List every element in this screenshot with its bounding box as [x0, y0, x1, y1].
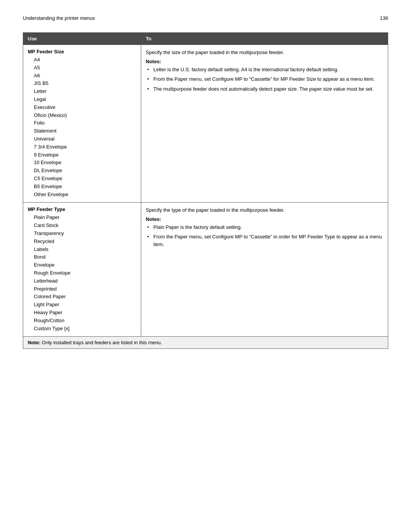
header-right: 136	[380, 15, 388, 21]
list-item: Preprinted	[34, 285, 136, 293]
table-header-row: Use To	[23, 33, 388, 45]
list-item: A5	[34, 64, 136, 72]
list-item: Other Envelope	[34, 191, 136, 199]
list-item: Statement	[34, 127, 136, 135]
list-item: Heavy Paper	[34, 309, 136, 317]
list-item: A4	[34, 56, 136, 64]
right-description-mp-feeder-type: Specify the type of the paper loaded in …	[146, 206, 383, 214]
footer-row: Note: Only installed trays and feeders a…	[23, 337, 388, 349]
right-description-mp-feeder-size: Specify the size of the paper loaded in …	[146, 49, 383, 56]
footer-cell: Note: Only installed trays and feeders a…	[23, 337, 388, 349]
footer-text: Only installed trays and feeders are lis…	[40, 340, 162, 345]
list-item: Recycled	[34, 238, 136, 246]
section-title-mp-feeder-size: MP Feeder Size	[28, 49, 136, 54]
header-left: Understanding the printer menus	[23, 15, 95, 21]
list-item: Envelope	[34, 261, 136, 269]
item-list-mp-feeder-size: A4A5A6JIS B5LetterLegalExecutiveOficio (…	[28, 56, 136, 198]
list-item: 9 Envelope	[34, 151, 136, 159]
list-item: Folio	[34, 119, 136, 127]
section-title-mp-feeder-type: MP Feeder Type	[28, 206, 136, 212]
list-item: Universal	[34, 135, 136, 143]
bullet-list-mp-feeder-size: Letter is the U.S. factory default setti…	[146, 66, 383, 93]
item-list-mp-feeder-type: Plain PaperCard StockTransparencyRecycle…	[28, 214, 136, 332]
page-header: Understanding the printer menus 136	[23, 15, 388, 21]
list-item: Labels	[34, 246, 136, 254]
footer-bold: Note:	[28, 340, 40, 345]
bullet-item: The multipurpose feeder does not automat…	[146, 85, 383, 93]
list-item: Light Paper	[34, 301, 136, 309]
col1-header: Use	[23, 33, 141, 45]
table-row-mp-feeder-type: MP Feeder TypePlain PaperCard StockTrans…	[23, 203, 388, 337]
list-item: Executive	[34, 104, 136, 112]
list-item: Oficio (Mexico)	[34, 112, 136, 120]
left-cell-mp-feeder-type: MP Feeder TypePlain PaperCard StockTrans…	[23, 203, 141, 337]
list-item: Colored Paper	[34, 293, 136, 301]
col2-header: To	[141, 33, 388, 45]
list-item: C5 Envelope	[34, 175, 136, 183]
list-item: Transparency	[34, 230, 136, 238]
right-cell-mp-feeder-type: Specify the type of the paper loaded in …	[141, 203, 388, 337]
right-cell-mp-feeder-size: Specify the size of the paper loaded in …	[141, 45, 388, 203]
list-item: Rough/Cotton	[34, 317, 136, 325]
left-cell-mp-feeder-size: MP Feeder SizeA4A5A6JIS B5LetterLegalExe…	[23, 45, 141, 203]
bullet-item: From the Paper menu, set Configure MP to…	[146, 75, 383, 83]
list-item: 7 3/4 Envelope	[34, 143, 136, 151]
list-item: DL Envelope	[34, 167, 136, 175]
list-item: Card Stock	[34, 222, 136, 230]
notes-title-mp-feeder-type: Notes:	[146, 216, 383, 222]
list-item: JIS B5	[34, 80, 136, 88]
list-item: Letterhead	[34, 277, 136, 285]
bullet-item: Plain Paper is the factory default setti…	[146, 224, 383, 231]
list-item: Legal	[34, 96, 136, 104]
list-item: Rough Envelope	[34, 269, 136, 277]
bullet-item: Letter is the U.S. factory default setti…	[146, 66, 383, 73]
list-item: Bond	[34, 253, 136, 261]
list-item: Plain Paper	[34, 214, 136, 222]
bullet-list-mp-feeder-type: Plain Paper is the factory default setti…	[146, 224, 383, 248]
list-item: Custom Type [x]	[34, 325, 136, 333]
list-item: Letter	[34, 88, 136, 96]
bullet-item: From the Paper menu, set Configure MP to…	[146, 233, 383, 248]
list-item: 10 Envelope	[34, 159, 136, 167]
list-item: A6	[34, 72, 136, 80]
table-row-mp-feeder-size: MP Feeder SizeA4A5A6JIS B5LetterLegalExe…	[23, 45, 388, 203]
notes-title-mp-feeder-size: Notes:	[146, 59, 383, 64]
list-item: B5 Envelope	[34, 183, 136, 191]
main-table: Use To MP Feeder SizeA4A5A6JIS B5LetterL…	[23, 32, 388, 349]
